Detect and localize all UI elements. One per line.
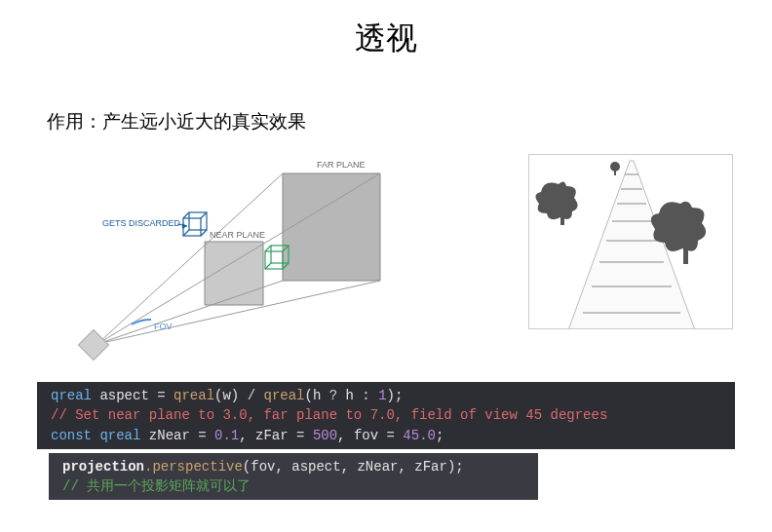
svg-line-5 <box>97 281 283 344</box>
svg-line-9 <box>183 212 189 218</box>
fov-label: FOV <box>154 322 173 331</box>
subtitle-text: 作用：产生远小近大的真实效果 <box>47 109 772 134</box>
code-snippet-1: qreal aspect = qreal(w) / qreal(h ? h : … <box>37 382 735 449</box>
svg-rect-31 <box>683 243 688 264</box>
svg-line-11 <box>183 230 189 236</box>
svg-line-15 <box>265 246 271 251</box>
svg-marker-20 <box>182 223 187 229</box>
railroad-image <box>528 154 733 329</box>
page-title: 透视 <box>0 0 772 60</box>
svg-marker-1 <box>205 242 263 305</box>
far-plane-label: FAR PLANE <box>317 160 366 170</box>
svg-rect-30 <box>560 211 564 225</box>
near-plane-label: NEAR PLANE <box>210 230 265 240</box>
figures-row: FAR PLANE NEAR PLANE GETS DISCARDED FOV <box>0 154 772 368</box>
discarded-label: GETS DISCARDED <box>102 218 181 228</box>
frustum-diagram: FAR PLANE NEAR PLANE GETS DISCARDED FOV <box>39 154 429 368</box>
svg-line-17 <box>265 263 271 269</box>
svg-rect-6 <box>78 329 108 360</box>
svg-marker-0 <box>283 173 380 281</box>
svg-rect-33 <box>614 170 616 175</box>
svg-line-12 <box>201 230 207 236</box>
svg-line-10 <box>201 212 207 218</box>
code-snippet-2: projection.perspective(fov, aspect, zNea… <box>49 453 538 501</box>
